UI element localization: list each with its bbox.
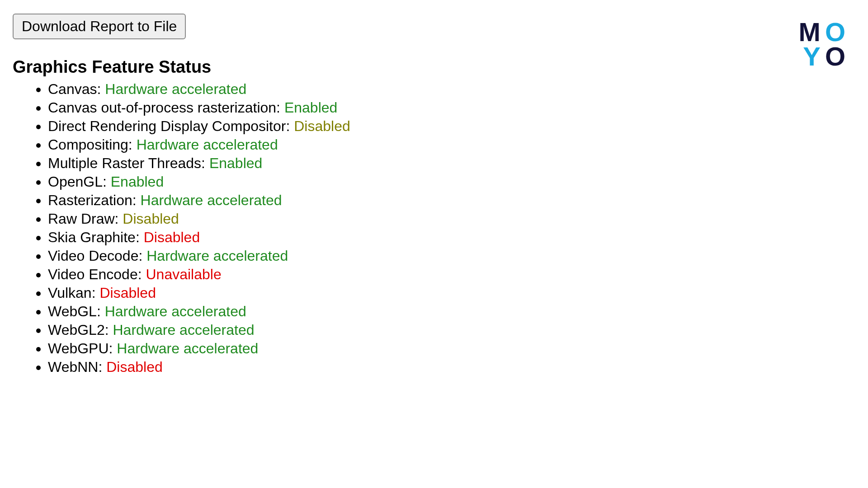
- feature-status: Hardware accelerated: [113, 322, 254, 338]
- feature-label: OpenGL: [48, 174, 103, 190]
- separator: :: [92, 285, 100, 301]
- feature-label: Video Encode: [48, 266, 138, 282]
- separator: :: [97, 303, 105, 319]
- list-item: WebGPU: Hardware accelerated: [48, 340, 855, 357]
- section-heading: Graphics Feature Status: [13, 57, 855, 77]
- feature-label: Rasterization: [48, 192, 132, 208]
- list-item: OpenGL: Enabled: [48, 173, 855, 191]
- list-item: Canvas: Hardware accelerated: [48, 80, 855, 98]
- separator: :: [115, 211, 123, 227]
- download-report-button[interactable]: Download Report to File: [13, 14, 186, 39]
- separator: :: [109, 340, 117, 357]
- feature-label: Raw Draw: [48, 211, 115, 227]
- feature-label: WebNN: [48, 359, 98, 375]
- feature-status: Enabled: [284, 99, 337, 116]
- list-item: Compositing: Hardware accelerated: [48, 136, 855, 154]
- feature-label: Canvas: [48, 81, 97, 97]
- feature-status: Hardware accelerated: [117, 340, 258, 357]
- list-item: Direct Rendering Display Compositor: Dis…: [48, 117, 855, 135]
- separator: :: [103, 174, 111, 190]
- feature-status: Hardware accelerated: [137, 136, 278, 153]
- list-item: Rasterization: Hardware accelerated: [48, 192, 855, 209]
- feature-label: Canvas out-of-process rasterization: [48, 99, 276, 116]
- list-item: Multiple Raster Threads: Enabled: [48, 155, 855, 172]
- feature-status: Enabled: [111, 174, 164, 190]
- list-item: Skia Graphite: Disabled: [48, 229, 855, 246]
- feature-status: Disabled: [123, 211, 179, 227]
- feature-status: Hardware accelerated: [105, 303, 246, 319]
- feature-status: Disabled: [294, 118, 350, 134]
- list-item: WebNN: Disabled: [48, 358, 855, 376]
- separator: :: [138, 248, 146, 264]
- list-item: Video Decode: Hardware accelerated: [48, 247, 855, 265]
- logo-letter-o-bottom: O: [825, 43, 846, 70]
- separator: :: [97, 81, 105, 97]
- separator: :: [132, 192, 141, 208]
- separator: :: [138, 266, 146, 282]
- separator: :: [201, 155, 209, 171]
- separator: :: [105, 322, 113, 338]
- feature-status: Unavailable: [146, 266, 221, 282]
- feature-status: Hardware accelerated: [141, 192, 282, 208]
- feature-status: Enabled: [209, 155, 262, 171]
- feature-label: WebGL: [48, 303, 97, 319]
- feature-label: Direct Rendering Display Compositor: [48, 118, 286, 134]
- feature-label: Video Decode: [48, 248, 138, 264]
- feature-label: Compositing: [48, 136, 128, 153]
- list-item: WebGL: Hardware accelerated: [48, 303, 855, 320]
- feature-status: Disabled: [99, 285, 156, 301]
- feature-status: Hardware accelerated: [105, 81, 246, 97]
- separator: :: [136, 229, 144, 245]
- feature-status-list: Canvas: Hardware acceleratedCanvas out-o…: [13, 80, 855, 376]
- feature-label: Vulkan: [48, 285, 92, 301]
- page-content: Download Report to File Graphics Feature…: [0, 0, 868, 391]
- feature-status: Hardware accelerated: [146, 248, 288, 264]
- feature-label: WebGPU: [48, 340, 109, 357]
- list-item: Raw Draw: Disabled: [48, 210, 855, 228]
- feature-status: Disabled: [106, 359, 163, 375]
- separator: :: [128, 136, 137, 153]
- feature-status: Disabled: [144, 229, 200, 245]
- separator: :: [276, 99, 284, 116]
- list-item: Video Encode: Unavailable: [48, 266, 855, 283]
- list-item: WebGL2: Hardware accelerated: [48, 321, 855, 339]
- feature-label: WebGL2: [48, 322, 105, 338]
- list-item: Canvas out-of-process rasterization: Ena…: [48, 99, 855, 117]
- feature-label: Multiple Raster Threads: [48, 155, 201, 171]
- separator: :: [286, 118, 294, 134]
- moyo-logo: M O Y O: [799, 19, 846, 70]
- list-item: Vulkan: Disabled: [48, 284, 855, 302]
- logo-letter-y: Y: [803, 43, 821, 70]
- separator: :: [98, 359, 106, 375]
- feature-label: Skia Graphite: [48, 229, 136, 245]
